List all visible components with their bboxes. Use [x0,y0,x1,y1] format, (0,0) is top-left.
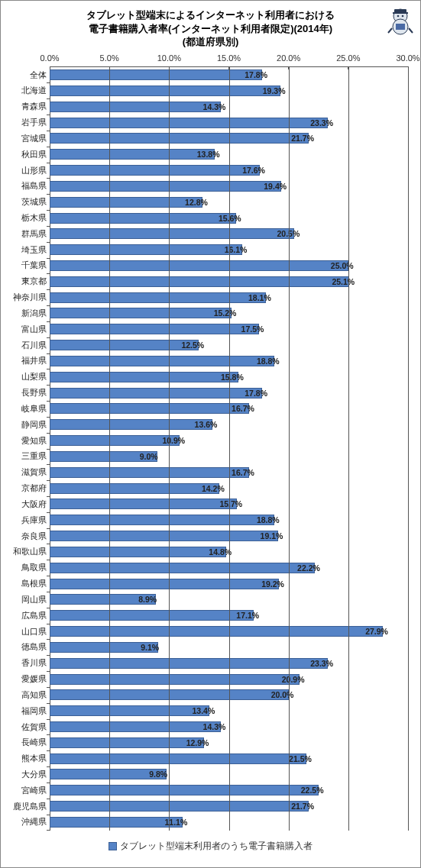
category-label: 熊本県 [5,753,47,764]
category-label: 神奈川県 [5,292,47,303]
value-label: 9.0% [140,452,158,461]
category-label: 鹿児島県 [5,801,47,812]
svg-rect-4 [396,24,405,30]
bar: 14.3% [50,102,221,112]
category-label: 愛媛県 [5,673,47,685]
category-label: 三重県 [5,450,47,462]
bar: 17.8% [50,388,262,399]
category-label: 広島県 [5,610,47,621]
bar: 12.8% [50,197,202,208]
bar: 10.9% [50,435,180,446]
category-label: 静岡県 [5,419,47,431]
bar: 15.2% [50,308,232,318]
value-label: 12.5% [181,340,204,350]
category-label: 茨城県 [5,196,47,208]
category-label: 東京都 [5,276,47,287]
category-label: 愛知県 [5,435,47,447]
value-label: 23.3% [310,118,333,127]
bar: 19.3% [50,86,280,96]
value-label: 11.1% [165,818,188,827]
bar: 21.5% [50,753,306,764]
bar: 13.8% [50,149,215,160]
category-label: 長野県 [5,387,47,399]
category-label: 徳島県 [5,641,47,653]
category-label: 青森県 [5,101,47,112]
category-label: 和歌山県 [5,546,47,557]
category-tick [47,830,50,831]
gridline [109,67,110,831]
gridline [408,67,409,831]
category-label: 滋賀県 [5,466,47,478]
bar: 9.1% [50,642,158,653]
gridline [348,67,349,831]
category-label: 新潟県 [5,308,47,319]
value-label: 16.1% [225,245,248,254]
svg-point-8 [402,15,404,18]
value-label: 21.7% [291,134,314,143]
svg-line-5 [388,28,392,33]
value-label: 14.3% [203,722,226,731]
bar: 14.2% [50,483,219,494]
value-label: 14.3% [203,102,226,111]
bar: 25.0% [50,260,348,271]
value-label: 18.8% [257,357,280,366]
category-label: 千葉県 [5,260,47,271]
bar: 23.3% [50,118,328,128]
value-label: 15.2% [214,308,237,318]
category-label: 宮城県 [5,133,47,144]
value-label: 20.9% [282,675,305,684]
value-label: 16.7% [232,468,254,477]
bar: 19.1% [50,531,278,541]
bar: 22.5% [50,785,319,795]
value-label: 8.9% [138,595,157,604]
value-label: 27.9% [365,627,388,636]
value-label: 10.9% [162,436,185,445]
chart-title: タブレット型端末によるインターネット利用者における 電子書籍購入者率(インターネ… [5,8,416,49]
x-tick-label: 20.0% [277,53,300,63]
bar: 18.1% [50,292,266,303]
category-label: 大分県 [5,769,47,780]
bar: 9.8% [50,769,167,779]
gridline [229,67,230,831]
bar: 13.6% [50,419,212,430]
x-tick-label: 10.0% [157,53,181,63]
value-label: 19.1% [261,531,283,540]
category-label: 宮崎県 [5,785,47,796]
bar: 12.9% [50,737,204,748]
category-label: 山梨県 [5,371,47,382]
category-label: 兵庫県 [5,515,47,526]
category-label: 埼玉県 [5,244,47,256]
legend: タブレット型端末利用者のうち電子書籍購入者 [5,840,416,853]
category-label: 岐阜県 [5,403,47,415]
value-label: 17.8% [245,389,267,398]
gridline [169,67,170,831]
bar: 17.8% [50,69,262,80]
value-label: 15.8% [221,373,244,382]
bar: 18.8% [50,356,274,366]
category-label: 福井県 [5,355,47,366]
title-line-1: タブレット型端末によるインターネット利用者における [5,8,416,22]
value-label: 17.8% [245,70,267,79]
bar: 12.5% [50,340,199,350]
category-label: 鳥取県 [5,562,47,573]
svg-line-6 [409,28,413,33]
category-label: 全体 [5,69,47,81]
bar: 20.9% [50,674,300,685]
category-label: 大阪府 [5,499,47,510]
value-label: 21.5% [289,754,312,763]
bar: 15.7% [50,499,237,509]
category-label: 石川県 [5,340,47,351]
bar: 14.8% [50,547,226,557]
value-label: 22.5% [301,786,324,795]
bar: 9.0% [50,451,157,462]
bar: 15.6% [50,213,236,224]
value-label: 18.1% [248,293,271,302]
bar: 18.8% [50,515,274,525]
value-label: 13.6% [195,420,218,429]
svg-rect-2 [393,12,408,14]
title-line-2: 電子書籍購入者率(インターネット利用者限定)(2014年) [5,22,416,36]
category-label: 岡山県 [5,594,47,605]
value-label: 13.8% [197,150,220,159]
value-label: 12.9% [186,738,209,747]
title-line-3: (都道府県別) [5,35,416,49]
